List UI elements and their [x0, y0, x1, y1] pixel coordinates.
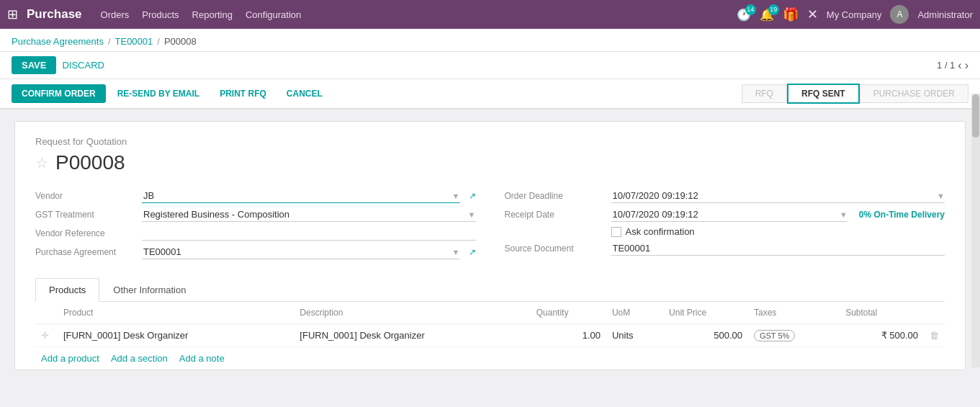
vendor-field-row: Vendor ▼ ↗: [35, 189, 476, 203]
row-drag-handle[interactable]: ✛: [35, 324, 58, 347]
avatar[interactable]: A: [890, 5, 909, 24]
receipt-date-wrap[interactable]: 10/07/2020 09:19:12 ▼: [611, 207, 848, 222]
ask-confirmation-checkbox[interactable]: [611, 227, 621, 237]
row-subtotal: ₹ 500.00: [840, 324, 924, 347]
company-name[interactable]: My Company: [827, 9, 882, 20]
th-actions: [924, 302, 945, 324]
gift-icon[interactable]: 🎁: [783, 6, 799, 22]
row-taxes[interactable]: GST 5%: [748, 324, 840, 347]
form-doc-type: Request for Quotation: [35, 136, 945, 147]
purchase-agreement-value: TE00001: [142, 245, 452, 259]
vendor-reference-field-row: Vendor Reference: [35, 226, 476, 241]
table-header-row: Product Description Quantity UoM Unit Pr…: [35, 302, 945, 324]
order-deadline-field-row: Order Deadline 10/07/2020 09:19:12 ▼: [505, 189, 945, 203]
order-deadline-label: Order Deadline: [505, 191, 606, 201]
ask-confirmation-field-row: Ask confirmation: [505, 226, 945, 237]
breadcrumb-te00001[interactable]: TE00001: [115, 36, 153, 47]
source-document-input-wrap[interactable]: [611, 241, 945, 256]
nav-links: Orders Products Reporting Configuration: [101, 9, 732, 20]
th-drag: [35, 302, 58, 324]
row-delete[interactable]: 🗑: [924, 324, 945, 347]
gst-treatment-label: GST Treatment: [35, 210, 136, 220]
form-card: Request for Quotation ☆ P00008 Vendor ▼ …: [14, 121, 966, 370]
fields-right: Order Deadline 10/07/2020 09:19:12 ▼ Rec…: [505, 189, 945, 264]
purchase-agreement-select-wrap[interactable]: TE00001 ▼: [142, 245, 460, 259]
breadcrumb-bar: Purchase Agreements / TE00001 / P00008: [0, 29, 980, 52]
stage-rfq[interactable]: RFQ: [742, 84, 787, 103]
discard-button[interactable]: DISCARD: [62, 60, 104, 71]
breadcrumb-purchase-agreements[interactable]: Purchase Agreements: [12, 36, 104, 47]
th-subtotal: Subtotal: [840, 302, 924, 324]
add-product-link[interactable]: Add a product: [41, 353, 99, 364]
source-document-label: Source Document: [505, 243, 606, 254]
confirm-order-button[interactable]: CONFIRM ORDER: [12, 84, 106, 103]
nav-reporting[interactable]: Reporting: [192, 9, 233, 20]
pagination-prev[interactable]: ‹: [958, 59, 961, 72]
apps-menu-icon[interactable]: ⊞: [7, 6, 18, 22]
nav-products[interactable]: Products: [142, 9, 179, 20]
row-unit-price[interactable]: 500.00: [663, 324, 748, 347]
th-unit-price: Unit Price: [663, 302, 748, 324]
document-number: P00008: [55, 151, 125, 174]
top-navigation: ⊞ Purchase Orders Products Reporting Con…: [0, 0, 980, 29]
add-section-link[interactable]: Add a section: [111, 353, 168, 364]
vendor-dropdown-icon[interactable]: ▼: [452, 192, 460, 200]
cancel-button[interactable]: CANCEL: [278, 84, 331, 103]
gst-treatment-field-row: GST Treatment Registered Business - Comp…: [35, 207, 476, 222]
purchase-agreement-label: Purchase Agreement: [35, 247, 136, 257]
receipt-date-dropdown-icon[interactable]: ▼: [840, 210, 848, 219]
activity-icon-wrap[interactable]: 🕐 14: [737, 8, 751, 22]
order-deadline-dropdown-icon[interactable]: ▼: [937, 192, 945, 200]
status-bar-left: CONFIRM ORDER RE-SEND BY EMAIL PRINT RFQ…: [12, 84, 742, 103]
topnav-right: 🕐 14 🔔 19 🎁 ✕ My Company A Administrator: [737, 5, 973, 24]
th-product: Product: [58, 302, 294, 324]
resend-email-button[interactable]: RE-SEND BY EMAIL: [109, 84, 208, 103]
row-product[interactable]: [FURN_0001] Desk Organizer: [58, 324, 294, 347]
pagination: 1 / 1 ‹ ›: [937, 59, 968, 72]
row-quantity[interactable]: 1.00: [531, 324, 606, 347]
delete-row-icon[interactable]: 🗑: [930, 330, 939, 341]
order-deadline-value: 10/07/2020 09:19:12: [611, 189, 935, 202]
status-stages: RFQ RFQ SENT PURCHASE ORDER: [742, 84, 968, 104]
breadcrumb-sep2: /: [157, 36, 160, 47]
app-brand[interactable]: Purchase: [27, 7, 82, 22]
scrollbar-thumb[interactable]: [972, 94, 979, 138]
tab-products[interactable]: Products: [35, 278, 99, 302]
action-bar: SAVE DISCARD 1 / 1 ‹ ›: [0, 52, 980, 79]
add-note-link[interactable]: Add a note: [179, 353, 225, 364]
purchase-agreement-external-link-icon[interactable]: ↗: [469, 247, 476, 257]
vendor-reference-input-wrap[interactable]: [142, 226, 476, 241]
row-description[interactable]: [FURN_0001] Desk Organizer: [294, 324, 530, 347]
order-deadline-wrap[interactable]: 10/07/2020 09:19:12 ▼: [611, 189, 945, 203]
favorite-star-icon[interactable]: ☆: [35, 154, 48, 171]
close-icon[interactable]: ✕: [807, 6, 818, 22]
vendor-reference-input[interactable]: [142, 226, 476, 240]
purchase-agreement-field-row: Purchase Agreement TE00001 ▼ ↗: [35, 245, 476, 259]
action-bar-left: SAVE DISCARD: [12, 56, 104, 74]
row-uom[interactable]: Units: [606, 324, 663, 347]
pagination-next[interactable]: ›: [965, 59, 968, 72]
nav-configuration[interactable]: Configuration: [246, 9, 301, 20]
stage-rfq-sent[interactable]: RFQ SENT: [787, 84, 860, 104]
nav-orders[interactable]: Orders: [101, 9, 130, 20]
form-docname: ☆ P00008: [35, 151, 945, 174]
vendor-input-wrap[interactable]: ▼: [142, 189, 460, 203]
gst-treatment-select-wrap[interactable]: Registered Business - Composition ▼: [142, 207, 476, 222]
gst-treatment-dropdown-icon[interactable]: ▼: [468, 210, 476, 219]
messages-icon-wrap[interactable]: 🔔 19: [760, 8, 774, 22]
th-uom: UoM: [606, 302, 663, 324]
source-document-input[interactable]: [611, 241, 945, 255]
vendor-input[interactable]: [142, 189, 452, 202]
save-button[interactable]: SAVE: [12, 56, 56, 74]
status-bar: CONFIRM ORDER RE-SEND BY EMAIL PRINT RFQ…: [0, 79, 980, 109]
vendor-external-link-icon[interactable]: ↗: [469, 191, 476, 201]
receipt-date-value: 10/07/2020 09:19:12: [611, 207, 837, 221]
purchase-agreement-dropdown-icon[interactable]: ▼: [452, 248, 460, 256]
tab-other-information[interactable]: Other Information: [99, 278, 199, 302]
th-description: Description: [294, 302, 530, 324]
print-rfq-button[interactable]: PRINT RFQ: [211, 84, 275, 103]
on-time-delivery-label: 0% On-Time Delivery: [859, 210, 945, 220]
stage-purchase-order[interactable]: PURCHASE ORDER: [860, 84, 968, 103]
fields-grid: Vendor ▼ ↗ GST Treatment Registered Busi…: [35, 189, 945, 264]
scrollbar[interactable]: [971, 94, 980, 367]
